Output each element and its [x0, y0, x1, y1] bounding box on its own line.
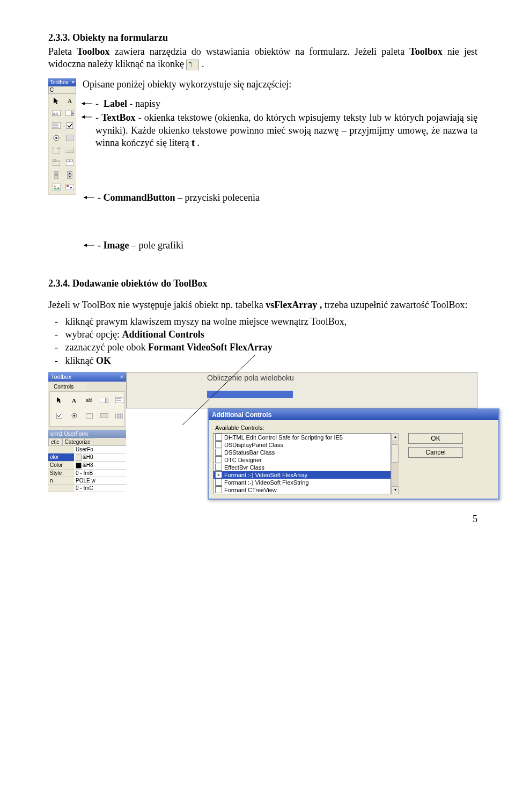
text: . — [199, 58, 204, 69]
label-icon[interactable]: A — [63, 95, 76, 107]
svg-rect-20 — [67, 159, 69, 162]
checkbox-icon[interactable] — [63, 120, 76, 131]
close-icon[interactable]: × — [72, 79, 75, 85]
optionbutton-icon[interactable] — [67, 409, 81, 422]
svg-point-27 — [54, 186, 56, 187]
list-item[interactable]: DHTML Edit Control Safe for Scripting fo… — [214, 434, 391, 441]
list-scrollbar[interactable]: ▴ ▾ — [391, 433, 399, 494]
scroll-up-icon[interactable]: ▴ — [392, 433, 399, 441]
prop-value[interactable]: &H0 — [74, 453, 126, 462]
checkbox-icon[interactable] — [215, 464, 222, 471]
togglebutton-icon[interactable] — [63, 132, 76, 144]
prop-key — [48, 485, 74, 492]
combobox-icon[interactable] — [63, 107, 76, 119]
toolbox2-tab[interactable]: Controls — [50, 383, 87, 391]
flexgrid-icon[interactable] — [112, 409, 126, 422]
refedit-icon[interactable] — [63, 181, 76, 193]
section-heading-2: 2.3.4. Dodawanie obiektów do ToolBox — [48, 278, 477, 289]
prop-value[interactable]: UserFo — [74, 446, 126, 453]
checkbox-icon[interactable]: × — [215, 471, 222, 478]
list-item[interactable]: DSDisplayPanel Class — [214, 441, 391, 449]
prop-value[interactable]: 0 - fmC — [74, 485, 126, 492]
list-item: - wybrać opcję: Additional Controls — [64, 328, 477, 341]
available-controls-list[interactable]: DHTML Edit Control Safe for Scripting fo… — [213, 433, 391, 494]
commandbutton-icon[interactable] — [97, 409, 111, 422]
label-name: Label — [104, 98, 127, 109]
text: trzeba uzupełnić zawartość ToolBox: — [325, 299, 468, 310]
checkbox-icon[interactable] — [215, 494, 222, 494]
commandbutton-name: CommandButton — [104, 192, 175, 203]
close-icon[interactable]: × — [120, 374, 123, 380]
checkbox-icon[interactable] — [215, 434, 222, 441]
frame-icon[interactable] — [50, 144, 63, 156]
textbox-icon[interactable]: ab — [50, 107, 63, 119]
list-item[interactable]: DTC Designer — [214, 456, 391, 464]
properties-tab-alphabetic[interactable]: etic — [48, 438, 62, 445]
svg-rect-46 — [115, 413, 123, 419]
svg-rect-30 — [70, 187, 72, 188]
toolbox2-titlebar: Toolbox × — [48, 372, 126, 382]
frame-icon[interactable] — [82, 409, 96, 422]
dialog-buttons: OK Cancel — [408, 433, 463, 494]
svg-rect-8 — [67, 122, 73, 129]
svg-rect-37 — [106, 398, 108, 403]
checkbox-icon[interactable] — [215, 479, 222, 486]
svg-rect-29 — [67, 185, 69, 187]
toolbox-palette: Toolbox × C A ab — [48, 78, 76, 195]
label-icon[interactable]: A — [67, 394, 81, 407]
prop-key: Style — [48, 470, 74, 477]
optionbutton-icon[interactable] — [50, 132, 63, 144]
section-heading-1: 2.3.3. Obiekty na formularzu — [48, 32, 477, 43]
combobox-icon[interactable] — [97, 394, 111, 407]
scroll-handle[interactable] — [392, 444, 399, 463]
svg-rect-13 — [54, 147, 57, 149]
svg-rect-2 — [65, 111, 71, 116]
checkbox-icon[interactable] — [215, 441, 222, 448]
ok-button[interactable]: OK — [408, 433, 463, 444]
textbox-icon[interactable]: abl — [82, 394, 96, 407]
commandbutton-icon[interactable] — [63, 144, 76, 156]
scrollbar-icon[interactable] — [50, 169, 63, 181]
paragraph-2: Jeżeli w ToolBox nie występuje jakiś obi… — [48, 299, 477, 311]
spinbutton-icon[interactable] — [63, 169, 76, 181]
toolbox-description-block: Toolbox × C A ab Opisane poniżej obiekty… — [48, 78, 477, 254]
list-item[interactable]: Formant CTreeView — [214, 486, 391, 494]
right-panel: Obliczenie pola wieloboku Additional Con… — [126, 372, 477, 492]
toolbox-title: Toolbox — [50, 79, 68, 85]
list-item[interactable]: Formant :-) VideoSoft FlexString — [214, 479, 391, 486]
list-item[interactable]: EffectBvr Class — [214, 464, 391, 471]
listbox-icon[interactable] — [112, 394, 126, 407]
multipage-icon[interactable] — [63, 157, 76, 169]
toolbox2-title: Toolbox — [51, 374, 71, 380]
pointer-icon[interactable] — [52, 394, 66, 407]
checkbox-icon[interactable] — [52, 409, 66, 422]
svg-text:ab: ab — [53, 111, 58, 116]
svg-rect-18 — [53, 159, 56, 162]
arrow-icon — [80, 112, 93, 119]
list-item[interactable]: Formant DocSite OLE programu Outlook — [214, 494, 391, 494]
pointer-icon[interactable] — [50, 95, 63, 107]
list-item[interactable]: DSStatusBar Class — [214, 449, 391, 456]
prop-value[interactable]: 0 - fmB — [74, 470, 126, 477]
properties-tab-categorized[interactable]: Categorize — [62, 438, 93, 445]
prop-value[interactable]: POLE w — [74, 477, 126, 485]
cancel-button[interactable]: Cancel — [408, 447, 463, 458]
image-icon[interactable] — [50, 181, 63, 193]
checkbox-icon[interactable] — [215, 456, 222, 463]
checkbox-icon[interactable] — [215, 486, 222, 493]
scroll-down-icon[interactable]: ▾ — [392, 486, 399, 494]
arrow-icon — [80, 98, 93, 106]
label-row: - Label - napisy — [80, 98, 477, 109]
tabstrip-icon[interactable] — [50, 157, 63, 169]
commandbutton-row: - CommandButton – przyciski polecenia — [83, 192, 477, 203]
text: Paleta — [48, 46, 77, 57]
properties-header: orm1 UserForm — [48, 430, 126, 438]
svg-rect-44 — [86, 414, 93, 419]
listbox-icon[interactable] — [50, 120, 63, 131]
prop-value[interactable]: &H8 — [74, 462, 126, 470]
textbox-row: - TextBox - okienka tekstowe (okienka, d… — [80, 112, 477, 152]
list-item[interactable]: ×Formant :-) VideoSoft FlexArray — [214, 471, 391, 479]
toolbox2-grid: A abl — [49, 391, 125, 427]
toolbox-tab[interactable]: C — [48, 86, 76, 94]
checkbox-icon[interactable] — [215, 449, 222, 456]
